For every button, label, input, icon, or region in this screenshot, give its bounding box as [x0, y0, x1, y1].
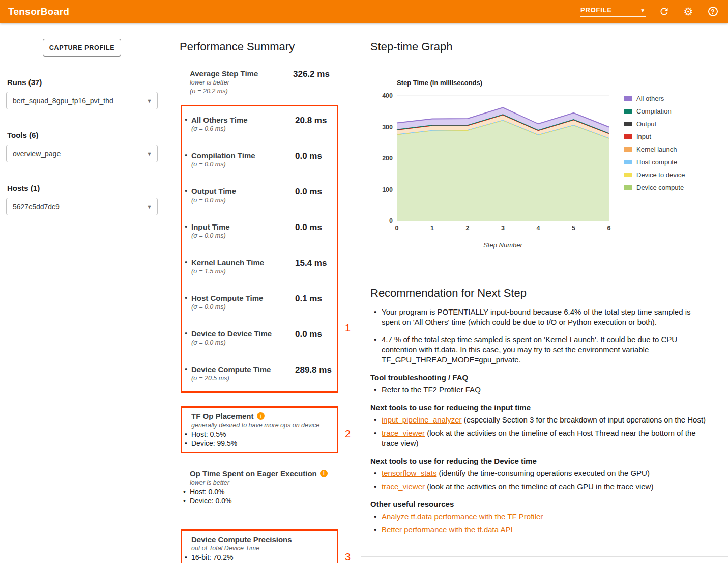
- legend-item: Compilation: [624, 107, 685, 115]
- resource-bullet: Better performance with the tf.data API: [370, 525, 706, 535]
- legend-label: All others: [636, 95, 664, 102]
- refresh-icon: [659, 6, 669, 17]
- metric-value: 0.0 ms: [295, 186, 322, 205]
- runs-label: Runs (37): [7, 78, 168, 87]
- legend-item: Device compute: [624, 184, 685, 191]
- svg-text:1: 1: [430, 224, 434, 232]
- chevron-down-icon: ▼: [147, 204, 152, 210]
- tf-op-placement-section: TF Op Placement i generally desired to h…: [182, 408, 337, 452]
- chart-title: Step Time (in milliseconds): [397, 79, 728, 87]
- chevron-down-icon: ▼: [640, 7, 646, 14]
- svg-text:400: 400: [382, 92, 393, 99]
- svg-text:0: 0: [389, 217, 393, 224]
- runs-dropdown-value: bert_squad_8gpu_fp16_pvt_thd: [13, 97, 113, 105]
- metric-value: 0.0 ms: [295, 222, 322, 240]
- host-percent: Host: 0.5%: [185, 430, 337, 439]
- metric-row: Output Time (σ = 0.0 ms) 0.0 ms: [182, 178, 337, 213]
- tools-dropdown[interactable]: overview_page ▼: [6, 145, 158, 162]
- step-time-graph-section: Step-time Graph Step Time (in millisecon…: [361, 23, 728, 273]
- metric-row: Device Compute Time (σ = 20.5 ms) 289.8 …: [182, 356, 337, 391]
- annotation-box-3: 3 Device Compute Precisions out of Total…: [181, 529, 338, 563]
- faq-bullet: Refer to the TF2 Profiler FAQ: [370, 385, 706, 395]
- hosts-label: Hosts (1): [7, 184, 168, 192]
- section-note: out of Total Device Time: [191, 544, 337, 553]
- metric-label: All Others Time: [191, 115, 295, 125]
- chevron-down-icon: ▼: [147, 98, 152, 104]
- eager-execution-section: Op Time Spent on Eager Execution i lower…: [181, 465, 338, 509]
- metric-value: 0.0 ms: [295, 329, 322, 347]
- input-pipeline-analyzer-link[interactable]: input_pipeline_analyzer: [382, 415, 462, 424]
- tfdata-performance-link[interactable]: Analyze tf.data performance with the TF …: [382, 512, 543, 521]
- dashboard-selector-value: PROFILE: [580, 6, 612, 14]
- legend-label: Device to device: [636, 171, 685, 179]
- metric-sigma: (σ = 0.0 ms): [191, 196, 295, 205]
- performance-summary-title: Performance Summary: [180, 40, 361, 53]
- hosts-dropdown[interactable]: 5627c5dd7dc9 ▼: [6, 198, 158, 215]
- capture-profile-button[interactable]: CAPTURE PROFILE: [43, 39, 121, 57]
- section-title: TF Op Placement: [191, 411, 254, 421]
- metric-sigma: (σ = 0.0 ms): [191, 303, 295, 312]
- annotation-label-1: 1: [345, 322, 351, 334]
- bullet-text: (look at the activities on the timeline …: [425, 482, 653, 491]
- metric-label: Input Time: [191, 222, 295, 232]
- metric-label: Average Step Time: [190, 69, 293, 78]
- annotation-box-1: 1 All Others Time (σ = 0.6 ms) 20.8 ms C…: [181, 105, 338, 393]
- trace-viewer-link[interactable]: trace_viewer: [382, 429, 425, 437]
- tfdata-api-link[interactable]: Better performance with the tf.data API: [382, 525, 513, 534]
- metric-value: 15.4 ms: [295, 258, 327, 276]
- recommendation-title: Recommendation for Next Step: [370, 287, 716, 300]
- main-content: CAPTURE PROFILE Runs (37) bert_squad_8gp…: [0, 23, 728, 563]
- refresh-button[interactable]: [658, 6, 670, 18]
- device-compute-precisions-section: Device Compute Precisions out of Total D…: [182, 531, 337, 563]
- chart-wrap: Step Time (in milliseconds) 010020030040…: [372, 79, 728, 249]
- annotation-box-2: 2 TF Op Placement i generally desired to…: [181, 406, 338, 453]
- metric-label: Device to Device Time: [191, 329, 295, 339]
- legend-item: Device to device: [624, 171, 685, 179]
- metric-value: 0.0 ms: [295, 151, 322, 169]
- host-percent: Host: 0.0%: [183, 487, 338, 496]
- legend-label: Kernel launch: [636, 146, 677, 153]
- metric-label: Output Time: [191, 186, 295, 196]
- chart-legend: All othersCompilationOutputInputKernel l…: [624, 95, 685, 249]
- bullet-text: (identify the time-consuming operations …: [436, 469, 650, 477]
- tools-dropdown-value: overview_page: [13, 150, 61, 158]
- metric-value: 289.8 ms: [295, 364, 332, 383]
- metric-sigma: (σ = 20.5 ms): [191, 374, 295, 383]
- section-title: Device Compute Precisions: [191, 534, 292, 544]
- hosts-dropdown-value: 5627c5dd7dc9: [13, 203, 60, 211]
- legend-swatch: [624, 96, 632, 101]
- tensorflow-stats-link[interactable]: tensorflow_stats: [382, 469, 436, 477]
- metric-sigma: (σ = 0.0 ms): [191, 232, 295, 240]
- settings-button[interactable]: ⚙: [682, 6, 694, 18]
- svg-text:0: 0: [395, 224, 399, 232]
- sidebar: CAPTURE PROFILE Runs (37) bert_squad_8gp…: [0, 23, 168, 563]
- info-icon[interactable]: i: [257, 412, 265, 420]
- faq-heading: Tool troubleshooting / FAQ: [370, 373, 716, 382]
- svg-text:100: 100: [382, 186, 393, 193]
- resource-bullet: Analyze tf.data performance with the TF …: [370, 512, 706, 522]
- gear-icon: ⚙: [684, 6, 693, 17]
- input-tool-bullet: trace_viewer (look at the activities on …: [370, 428, 706, 448]
- tools-label: Tools (6): [7, 131, 168, 139]
- legend-item: Input: [624, 133, 685, 140]
- metric-value: 20.8 ms: [295, 115, 327, 133]
- runs-dropdown[interactable]: bert_squad_8gpu_fp16_pvt_thd ▼: [6, 92, 158, 109]
- metric-note: lower is better: [190, 78, 293, 87]
- legend-item: Output: [624, 120, 685, 128]
- trace-viewer-link[interactable]: trace_viewer: [382, 482, 425, 491]
- input-tools-heading: Next tools to use for reducing the input…: [370, 403, 716, 412]
- average-step-time-row: Average Step Time lower is better (σ = 2…: [190, 69, 361, 96]
- metric-row: Input Time (σ = 0.0 ms) 0.0 ms: [182, 213, 337, 249]
- metric-row: Kernel Launch Time (σ = 1.5 ms) 15.4 ms: [182, 249, 337, 285]
- info-icon[interactable]: i: [320, 470, 328, 477]
- metric-sigma: (σ = 0.6 ms): [191, 125, 295, 133]
- section-title: Op Time Spent on Eager Execution: [190, 469, 317, 478]
- metric-row: All Others Time (σ = 0.6 ms) 20.8 ms: [182, 106, 337, 142]
- bullet-text: (especially Section 3 for the breakdown …: [462, 415, 706, 424]
- legend-swatch: [624, 109, 632, 114]
- help-button[interactable]: ?: [707, 6, 719, 18]
- dashboard-selector[interactable]: PROFILE ▼: [580, 6, 646, 17]
- step-time-graph-title: Step-time Graph: [370, 40, 728, 53]
- svg-text:300: 300: [382, 124, 393, 131]
- metric-sigma: (σ = 0.0 ms): [191, 339, 295, 347]
